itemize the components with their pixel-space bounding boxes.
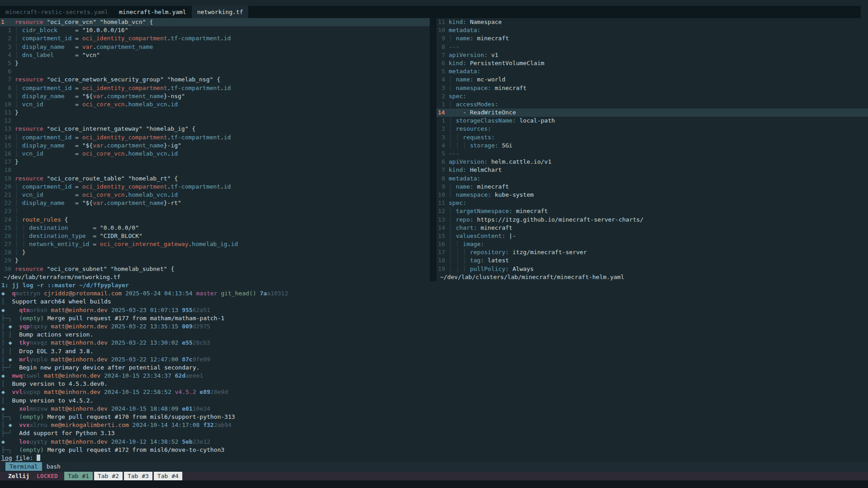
line-number: 1 — [0, 26, 15, 34]
code-segment: │ — [15, 191, 19, 198]
editor-line: 22│ display_name = "${var.compartment_na… — [0, 199, 430, 207]
line-number: 4 — [436, 142, 449, 150]
code-segment: mrl — [19, 356, 29, 363]
buffer-tab-restic-secrets[interactable]: minecraft-restic-secrets.yaml — [0, 6, 114, 18]
zellij-tab-3[interactable]: Tab #3 — [124, 472, 152, 480]
code-segment: tf-compartment — [171, 85, 220, 91]
code-segment: display_name — [19, 199, 65, 206]
terminal-pane[interactable]: 1: jj log -r ::master ~/d/ffpyplayer◆ qm… — [1, 281, 866, 462]
code-segment: matt@einhorn.dev — [51, 405, 108, 412]
editor-line: 1resource "oci_core_vcn" "homelab_vcn" { — [0, 18, 430, 26]
code-segment: minecraft — [491, 85, 526, 91]
code-segment — [122, 290, 125, 297]
code-segment: 5Gi — [498, 142, 512, 149]
zellij-tab-1[interactable]: Tab #1 — [64, 472, 93, 480]
code-segment — [108, 339, 111, 346]
code-segment: "oci_core_network_security_group" "homel… — [43, 76, 213, 83]
code-segment: "CIDR_BLOCK" — [100, 232, 142, 239]
code-segment: oci_core_vcn — [82, 101, 125, 108]
code-segment — [47, 405, 51, 412]
line-number: 27 — [0, 240, 15, 248]
editor-line: 8│ compartment_id = oci_identity_compart… — [0, 84, 430, 92]
code-segment: "oci_core_subnet" "homelab_subnet" — [43, 265, 167, 272]
code-segment: (empty) — [19, 446, 44, 453]
buffer-tab-minecraft-helm[interactable]: minecraft-helm.yaml — [114, 6, 192, 18]
terminal-line: │ Bump version to v4.5.2. — [1, 397, 866, 405]
code-segment: Drop EOL 3.7 and 3.8. — [12, 348, 93, 355]
editor-line: 19│ │ │ pullPolicy: Always — [436, 265, 868, 273]
line-number: 2 — [436, 125, 449, 133]
code-segment: id — [171, 150, 178, 157]
code-segment — [5, 389, 12, 395]
zellij-tab-2[interactable]: Tab #2 — [94, 472, 123, 480]
code-segment — [12, 356, 19, 363]
code-segment — [452, 134, 456, 141]
code-segment: ◆ — [1, 405, 5, 412]
line-number: 11 — [0, 109, 15, 117]
terminal-title: 1: jj log -r ::master ~/d/ffpyplayer — [1, 281, 866, 289]
code-segment: 2025-03-22 13:30:02 — [111, 339, 179, 346]
code-segment — [171, 389, 175, 395]
line-number: 9 — [436, 183, 449, 191]
code-segment: 9fe09 — [193, 356, 210, 363]
editor-line: 20│ compartment_id = oci_identity_compar… — [0, 183, 430, 191]
code-segment — [12, 446, 19, 453]
code-segment: qtn — [19, 307, 29, 313]
terminal-tab-active[interactable]: Terminal — [5, 462, 42, 471]
code-segment: ├─╯ — [1, 364, 12, 371]
code-segment: = — [71, 35, 82, 42]
code-segment: │ — [15, 43, 19, 50]
code-segment: display_name — [19, 93, 65, 99]
code-segment: │ — [449, 85, 452, 91]
code-segment — [47, 323, 51, 330]
line-number: 22 — [0, 199, 15, 207]
code-segment: ├─╮ — [1, 315, 12, 322]
editor-line: 21│ vcn_id = oci_core_vcn.homelab_vcn.id — [0, 191, 430, 199]
code-segment: var — [93, 199, 103, 206]
editor-pane-terraform[interactable]: 1resource "oci_core_vcn" "homelab_vcn" {… — [0, 18, 430, 273]
editor-line: 3│ namespace: minecraft — [436, 84, 868, 92]
buffer-tab-networking[interactable]: networking.tf — [192, 6, 249, 18]
code-segment: Bump version to v4.5.2. — [5, 397, 94, 404]
terminal-line: │ ◆ mrlyvplo matt@einhorn.dev 2025-03-22… — [1, 355, 866, 364]
code-segment: tswol — [23, 372, 40, 379]
code-segment: oci_identity_compartment — [82, 134, 167, 141]
code-segment: vvl — [12, 389, 22, 395]
code-segment: = — [71, 183, 82, 190]
line-number: 13 — [436, 216, 449, 224]
code-segment: matt@einhorn.dev — [51, 438, 108, 445]
terminal-line: │ │ Drop EOL 3.7 and 3.8. — [1, 347, 866, 355]
code-segment — [19, 232, 22, 239]
terminal-line: ├─╯ Add support for Python 3.13 — [1, 429, 866, 437]
code-segment: display_name — [19, 43, 65, 50]
code-segment: oci_core_internet_gateway — [100, 241, 189, 247]
code-segment: = — [43, 101, 82, 108]
line-number: 10 — [436, 26, 449, 34]
code-segment: = — [65, 93, 82, 99]
editor-line: 18│ │ │ tag: latest — [436, 256, 868, 265]
code-segment: var — [93, 142, 103, 149]
zellij-session-label: Zellij — [8, 473, 29, 479]
code-segment: spec: — [449, 199, 466, 206]
terminal-tab-bash[interactable]: bash — [47, 463, 61, 470]
line-number: 1 — [0, 18, 15, 26]
code-segment — [47, 422, 51, 428]
code-segment — [193, 290, 196, 297]
code-segment: } — [15, 257, 19, 264]
code-segment: 28e9d — [210, 389, 228, 395]
code-segment: 009 — [182, 323, 192, 330]
code-segment: │ — [15, 249, 19, 256]
code-segment: │ — [15, 216, 19, 223]
zellij-tab-4[interactable]: Tab #4 — [154, 472, 182, 480]
line-number: 5 — [436, 150, 449, 158]
code-segment: resource — [15, 19, 43, 25]
line-number: 2 — [436, 92, 449, 100]
code-segment: e55 — [182, 339, 192, 346]
code-segment: │ — [1, 298, 5, 305]
line-number: 7 — [0, 76, 15, 84]
editor-pane-yaml[interactable]: 11kind: Namespace10metadata: 9│ name: mi… — [436, 18, 868, 273]
line-number: 26 — [0, 232, 15, 240]
line-number: 14 — [436, 224, 449, 232]
code-segment: 62a51 — [193, 307, 210, 313]
terminal-line: log file: — [1, 454, 866, 462]
